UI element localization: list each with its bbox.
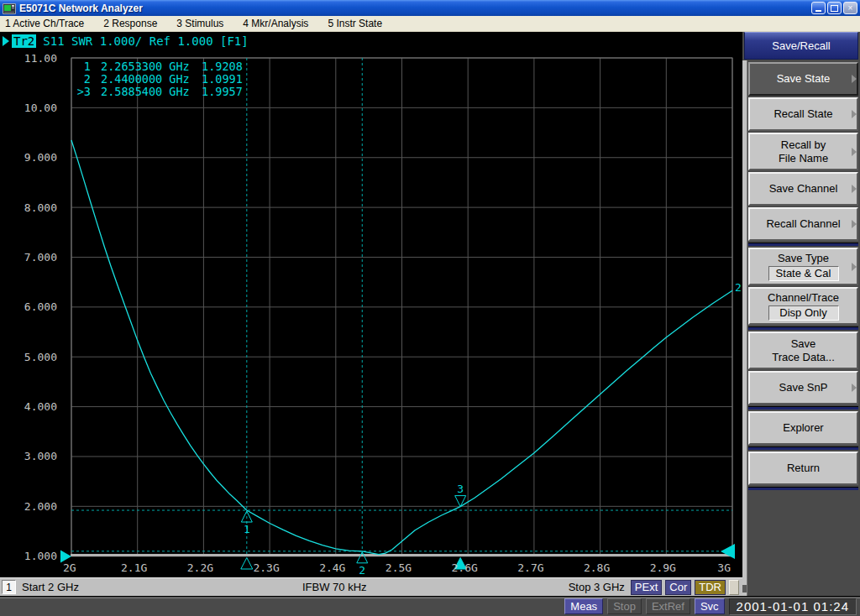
marker-1-stimulus-triangle [241,558,253,570]
instrument-screen: Tr2 S11 SWR 1.000/ Ref 1.000 [F1] 212311… [0,32,742,577]
marker-table-value: 1.9957 [202,85,243,98]
x-axis-label: 2.7G [517,561,543,574]
y-axis-label: 7.000 [24,251,57,264]
submenu-arrow-icon [852,148,857,156]
marker-table-frequency: 2.2653300 GHz [101,60,190,73]
softkey-channel-trace[interactable]: Channel/TraceDisp Only [748,287,858,325]
softkey-value: Disp Only [768,305,839,321]
marker-3-triangle [455,496,466,507]
submenu-arrow-icon [852,75,857,83]
stop-frequency-label: Stop 3 GHz [569,581,625,593]
softkey-label: Save Channel [769,182,838,196]
marker-2-number: 2 [359,564,365,577]
menu-item-2-response[interactable]: 2 Response [103,18,157,29]
menu-item-3-stimulus[interactable]: 3 Stimulus [176,18,223,29]
softkey-label: Return [787,462,820,475]
system-indicator-extref: ExtRef [646,598,690,614]
softkey-save-trace-data[interactable]: SaveTrace Data... [748,331,858,369]
y-axis-label: 6.000 [24,300,57,313]
softkey-label: Save State [777,72,831,86]
menu-item-1-active-ch-trace[interactable]: 1 Active Ch/Trace [5,18,84,29]
trace-status-text: S11 SWR 1.000/ Ref 1.000 [F1] [43,34,248,48]
x-axis-label: 2.2G [187,561,213,574]
channel-number-box: 1 [2,580,16,594]
status-badge-tdr: TDR [695,580,726,595]
y-axis-label: 2.000 [24,500,57,513]
ref-level-right-icon [721,544,735,559]
softkey-label: Recall Channel [766,217,840,231]
datetime-display: 2001-01-01 01:24 [729,598,857,615]
x-axis-label: 2.9G [650,561,676,574]
menu-bar: 1 Active Ch/Trace2 Response3 Stimulus4 M… [0,16,860,32]
status-badge-pext: PExt [631,580,662,595]
minimize-button[interactable] [811,2,826,14]
swr-plot: 212311.0010.009.0008.0007.0006.0005.0004… [0,32,742,577]
softkey-recall-by-file-name[interactable]: Recall byFile Name [748,133,858,170]
submenu-arrow-icon [852,384,857,392]
softkey-scrollbar[interactable] [742,60,747,596]
status-badge-cor: Cor [665,580,691,595]
menu-item-5-instr-state[interactable]: 5 Instr State [328,18,382,29]
submenu-arrow-icon [852,185,857,193]
channel-status-bar: 1 Start 2 GHz IFBW 70 kHz Stop 3 GHz PEx… [0,577,742,596]
softkey-save-snp[interactable]: Save SnP [748,371,858,405]
trace-number-label: 2 [735,281,742,294]
softkey-separator [748,326,858,330]
marker-table-number: >3 [77,85,91,98]
x-axis-label: 2.3G [253,561,279,574]
app-icon [3,3,16,13]
softkey-recall-state[interactable]: Recall State [748,97,858,131]
status-empty-box [729,580,739,595]
submenu-arrow-icon [852,263,857,271]
window-titlebar: E5071C Network Analyzer × [0,0,860,16]
marker-table-value: 1.0991 [202,72,243,86]
marker-table-number: 2 [84,72,91,86]
y-axis-label: 1.000 [24,550,57,562]
softkey-label: Save [791,337,816,351]
close-button[interactable]: × [843,2,857,14]
marker-table-value: 1.9208 [202,60,243,73]
softkey-separator [748,446,858,450]
softkey-label: Channel/Trace [768,291,839,305]
x-axis-line [71,554,733,556]
marker-table-frequency: 2.5885400 GHz [101,85,190,98]
trace-status-line: Tr2 S11 SWR 1.000/ Ref 1.000 [F1] [3,34,249,48]
softkey-explorer[interactable]: Explorer [748,411,858,445]
active-trace-chip[interactable]: Tr2 [12,34,36,48]
softkey-separator [748,243,858,246]
softkey-save-type[interactable]: Save TypeState & Cal [748,248,858,285]
active-trace-arrow-icon [3,36,9,46]
softkey-save-channel[interactable]: Save Channel [748,172,858,206]
softkey-save-state[interactable]: Save State [748,62,858,96]
softkey-label: Trace Data... [772,351,835,364]
start-frequency-label: Start 2 GHz [22,581,79,593]
softkey-recall-channel[interactable]: Recall Channel [748,207,858,241]
softkey-label: Explorer [783,421,823,435]
softkey-separator [748,487,858,490]
menu-item-4-mkr-analysis[interactable]: 4 Mkr/Analysis [243,18,308,29]
restore-button[interactable] [827,2,842,14]
y-axis-label: 4.000 [24,400,57,413]
x-axis-label: 2.6G [452,561,478,574]
system-indicator-svc: Svc [695,598,725,614]
x-axis-label: 2.8G [584,561,610,574]
x-axis-label: 2.5G [385,561,412,574]
system-indicator-stop: Stop [607,598,642,614]
marker-table-number: 1 [84,60,91,73]
x-axis-label: 2.4G [319,561,345,574]
softkey-label: Save SnP [779,381,828,394]
marker-1-number: 1 [244,523,250,535]
softkey-return[interactable]: Return [748,452,858,485]
softkey-value: State & Cal [768,266,839,281]
system-status-bar: MeasStopExtRefSvc 2001-01-01 01:24 [0,596,860,616]
softkey-menu-header: Save/Recall [744,32,858,60]
y-axis-label: 11.00 [24,52,57,65]
marker-3-number: 3 [457,483,464,495]
softkey-separator [748,406,858,410]
y-axis-label: 8.000 [24,201,57,214]
softkey-label: Save Type [778,252,829,265]
softkey-label: Recall State [773,107,832,121]
x-axis-label: 2.1G [121,561,147,574]
softkey-label: File Name [779,152,828,165]
ifbw-label: IFBW 70 kHz [302,581,367,593]
